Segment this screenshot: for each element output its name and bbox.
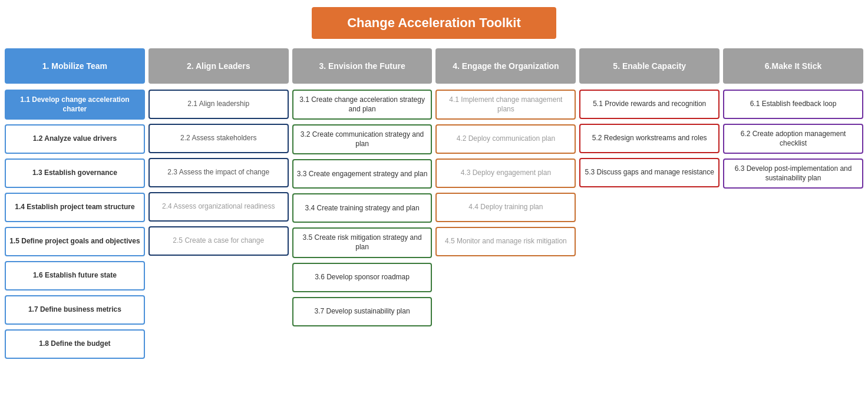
- column-header-col1: 1. Mobilize Team: [5, 48, 145, 84]
- card-col4-3[interactable]: 4.4 Deploy training plan: [435, 193, 576, 222]
- card-col4-0[interactable]: 4.1 Implement change management plans: [435, 90, 576, 120]
- card-col4-1[interactable]: 4.2 Deploy communication plan: [435, 124, 576, 154]
- card-col1-4[interactable]: 1.5 Define project goals and objectives: [5, 227, 145, 256]
- card-col1-7[interactable]: 1.8 Define the budget: [5, 329, 145, 359]
- column-col3: 3. Envision the Future3.1 Create change …: [292, 48, 433, 364]
- card-col3-1[interactable]: 3.2 Create communication strategy and pl…: [292, 124, 433, 154]
- card-col1-3[interactable]: 1.4 Establish project team structure: [5, 193, 145, 222]
- column-header-col6: 6.Make It Stick: [723, 48, 863, 84]
- card-col1-1[interactable]: 1.2 Analyze value drivers: [5, 124, 145, 154]
- card-col3-0[interactable]: 3.1 Create change acceleration strategy …: [292, 90, 433, 120]
- card-col5-2[interactable]: 5.3 Discuss gaps and manage resistance: [579, 158, 720, 187]
- column-col1: 1. Mobilize Team1.1 Develop change accel…: [5, 48, 145, 364]
- card-col6-2[interactable]: 6.3 Develop post-implementation and sust…: [723, 159, 863, 189]
- card-col2-1[interactable]: 2.2 Assess stakeholders: [148, 124, 289, 153]
- card-col1-6[interactable]: 1.7 Define business metrics: [5, 295, 145, 325]
- column-col5: 5. Enable Capacity5.1 Provide rewards an…: [579, 48, 720, 364]
- column-col2: 2. Align Leaders2.1 Align leadership2.2 …: [148, 48, 289, 364]
- column-header-col5: 5. Enable Capacity: [579, 48, 720, 84]
- main-grid: 1. Mobilize Team1.1 Develop change accel…: [0, 48, 868, 364]
- card-col2-0[interactable]: 2.1 Align leadership: [148, 90, 289, 119]
- card-col4-2[interactable]: 4.3 Deploy engagement plan: [435, 159, 576, 188]
- card-col1-0[interactable]: 1.1 Develop change acceleration charter: [5, 90, 145, 120]
- card-col1-5[interactable]: 1.6 Establish future state: [5, 261, 145, 290]
- card-col3-5[interactable]: 3.6 Develop sponsor roadmap: [292, 263, 433, 292]
- card-col3-6[interactable]: 3.7 Develop sustainability plan: [292, 297, 433, 326]
- card-col6-1[interactable]: 6.2 Create adoption management checklist: [723, 124, 863, 154]
- column-col4: 4. Engage the Organization4.1 Implement …: [435, 48, 576, 364]
- card-col1-2[interactable]: 1.3 Establish governance: [5, 159, 145, 188]
- card-col3-4[interactable]: 3.5 Create risk mitigation strategy and …: [292, 227, 433, 257]
- column-col6: 6.Make It Stick6.1 Establish feedback lo…: [723, 48, 863, 364]
- card-col4-4[interactable]: 4.5 Monitor and manage risk mitigation: [435, 227, 576, 256]
- card-col6-0[interactable]: 6.1 Establish feedback loop: [723, 90, 863, 119]
- card-col2-4[interactable]: 2.5 Create a case for change: [148, 226, 289, 256]
- column-header-col3: 3. Envision the Future: [292, 48, 433, 84]
- column-header-col4: 4. Engage the Organization: [435, 48, 576, 84]
- header-area: Change Acceleration Toolkit: [0, 0, 868, 48]
- card-col2-2[interactable]: 2.3 Assess the impact of change: [148, 158, 289, 187]
- card-col3-2[interactable]: 3.3 Create engagement strategy and plan: [292, 159, 433, 189]
- column-header-col2: 2. Align Leaders: [148, 48, 289, 84]
- card-col3-3[interactable]: 3.4 Create training strategy and plan: [292, 193, 433, 223]
- card-col2-3[interactable]: 2.4 Assess organizational readiness: [148, 192, 289, 222]
- card-col5-0[interactable]: 5.1 Provide rewards and recognition: [579, 90, 720, 119]
- main-title: Change Acceleration Toolkit: [312, 7, 556, 39]
- card-col5-1[interactable]: 5.2 Redesign workstreams and roles: [579, 124, 720, 153]
